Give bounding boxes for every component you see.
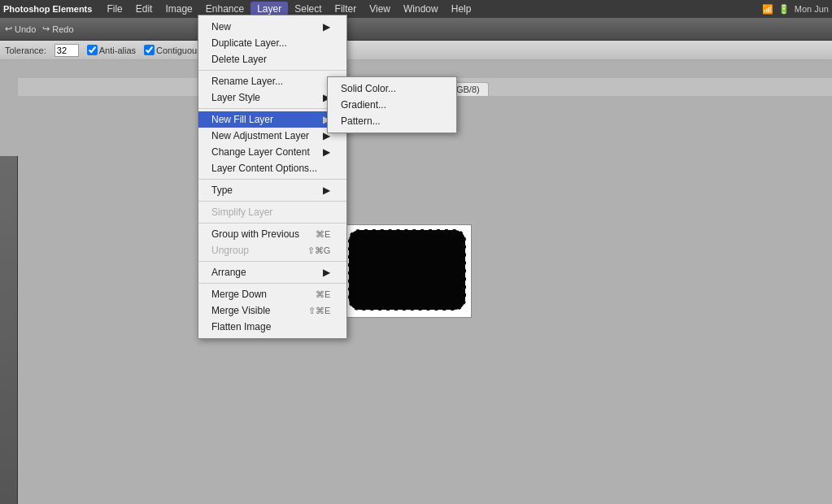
wifi-icon: 📶 — [762, 4, 773, 15]
undo-button[interactable]: ↩ Undo — [5, 24, 36, 34]
tolerance-label: Tolerance: — [5, 46, 46, 55]
arrow-icon: ▶ — [323, 267, 330, 278]
canvas-shape — [348, 229, 466, 311]
arrow-icon: ▶ — [323, 21, 330, 33]
side-tools — [0, 156, 18, 504]
undo-icon: ↩ — [5, 24, 12, 34]
separator-3 — [198, 179, 346, 180]
menu-type[interactable]: Type ▶ — [198, 182, 346, 198]
redo-button[interactable]: ↪ Redo — [42, 24, 73, 34]
menu-merge-down[interactable]: Merge Down ⌘E — [198, 286, 346, 302]
menu-layer-style[interactable]: Layer Style ▶ — [198, 89, 346, 106]
menu-edit[interactable]: Edit — [129, 2, 159, 16]
menu-help[interactable]: Help — [445, 2, 478, 16]
battery-icon: 🔋 — [778, 4, 790, 15]
menubar-right: 📶 🔋 Mon Jun — [762, 4, 829, 15]
menu-new-fill-layer[interactable]: New Fill Layer ▶ — [198, 111, 346, 128]
contiguous-option[interactable]: Contiguous — [144, 45, 202, 55]
menubar: Photoshop Elements File Edit Image Enhan… — [0, 0, 832, 18]
menu-flatten-image[interactable]: Flatten Image — [198, 319, 346, 335]
optionsbar: Tolerance: Anti-alias Contiguous All Lay… — [0, 41, 832, 60]
menu-new[interactable]: New ▶ — [198, 19, 346, 35]
menu-solid-color[interactable]: Solid Color... — [328, 80, 456, 97]
canvas-container — [342, 224, 472, 318]
anti-alias-option[interactable]: Anti-alias — [87, 45, 136, 55]
menu-change-layer-content[interactable]: Change Layer Content ▶ — [198, 144, 346, 160]
layer-dropdown-menu: New ▶ Duplicate Layer... Delete Layer Re… — [198, 15, 347, 339]
toolbar: ↩ Undo ↪ Redo — [0, 18, 832, 41]
separator-5 — [198, 223, 346, 224]
menu-duplicate-layer[interactable]: Duplicate Layer... — [198, 35, 346, 51]
redo-icon: ↪ — [42, 24, 50, 34]
menu-ungroup[interactable]: Ungroup ⇧⌘G — [198, 242, 346, 259]
arrow-icon: ▶ — [323, 185, 330, 196]
menu-group-previous[interactable]: Group with Previous ⌘E — [198, 226, 346, 242]
menu-simplify-layer[interactable]: Simplify Layer — [198, 204, 346, 220]
separator-1 — [198, 70, 346, 71]
menu-arrange[interactable]: Arrange ▶ — [198, 264, 346, 280]
separator-4 — [198, 201, 346, 202]
canvas-area: CoA @ 100% (Shape 1, RGB/8) — [0, 78, 832, 504]
tolerance-input[interactable] — [54, 44, 79, 57]
menu-new-adjustment-layer[interactable]: New Adjustment Layer ▶ — [198, 128, 346, 144]
menu-view[interactable]: View — [363, 2, 397, 16]
menu-image[interactable]: Image — [159, 2, 198, 16]
separator-7 — [198, 283, 346, 284]
menu-delete-layer[interactable]: Delete Layer — [198, 51, 346, 67]
arrow-icon: ▶ — [323, 146, 330, 158]
clock-display: Mon Jun — [795, 4, 829, 14]
menu-pattern[interactable]: Pattern... — [328, 113, 456, 129]
menu-file[interactable]: File — [100, 2, 129, 16]
separator-2 — [198, 108, 346, 109]
fill-layer-submenu: Solid Color... Gradient... Pattern... — [327, 76, 457, 133]
menu-merge-visible[interactable]: Merge Visible ⇧⌘E — [198, 302, 346, 319]
menu-gradient[interactable]: Gradient... — [328, 97, 456, 113]
separator-6 — [198, 261, 346, 262]
menu-window[interactable]: Window — [397, 2, 445, 16]
menu-rename-layer[interactable]: Rename Layer... — [198, 73, 346, 89]
menu-layer-content-options[interactable]: Layer Content Options... — [198, 160, 346, 176]
app-name: Photoshop Elements — [3, 4, 92, 14]
